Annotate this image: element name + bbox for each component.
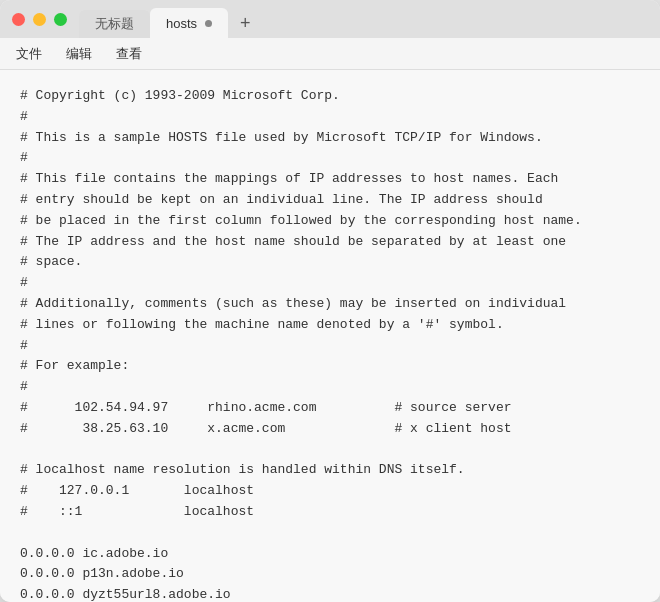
menu-bar: 文件 编辑 查看 xyxy=(0,38,660,70)
maximize-button[interactable] xyxy=(54,13,67,26)
menu-edit[interactable]: 编辑 xyxy=(62,43,96,65)
text-editor-content[interactable]: # Copyright (c) 1993-2009 Microsoft Corp… xyxy=(0,70,660,602)
title-bar: 无标题 hosts + xyxy=(0,0,660,38)
menu-file[interactable]: 文件 xyxy=(12,43,46,65)
window-controls xyxy=(0,0,79,38)
tabs-area: 无标题 hosts + xyxy=(79,0,660,38)
new-tab-icon: + xyxy=(240,13,251,34)
minimize-button[interactable] xyxy=(33,13,46,26)
tab-hosts[interactable]: hosts xyxy=(150,8,228,38)
tab-modified-indicator xyxy=(205,20,212,27)
main-window: 无标题 hosts + 文件 编辑 查看 # Copyright (c) 199… xyxy=(0,0,660,602)
tab-hosts-label: hosts xyxy=(166,16,197,31)
menu-view[interactable]: 查看 xyxy=(112,43,146,65)
new-tab-button[interactable]: + xyxy=(228,8,263,38)
close-button[interactable] xyxy=(12,13,25,26)
tab-untitled-label: 无标题 xyxy=(95,15,134,33)
tab-untitled[interactable]: 无标题 xyxy=(79,10,150,38)
